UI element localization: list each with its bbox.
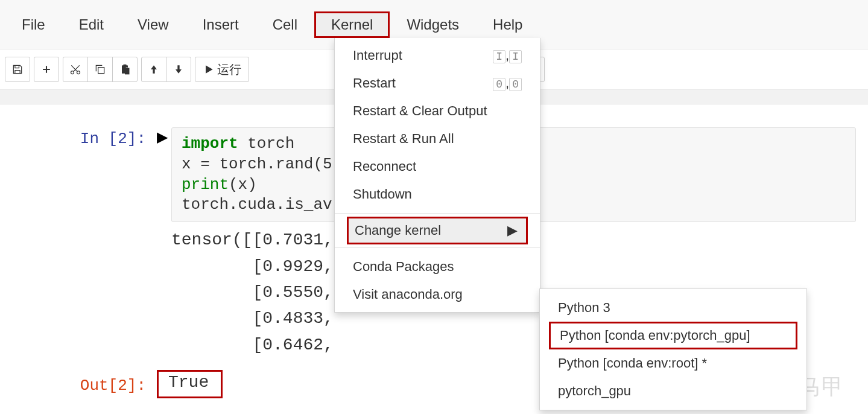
in-prompt: In [2]: xyxy=(0,127,157,222)
paste-button[interactable] xyxy=(112,57,138,82)
change-kernel-submenu: Python 3 Python [conda env:pytorch_gpu] … xyxy=(539,288,807,410)
restart-shortcut: 0,0 xyxy=(493,75,522,91)
svg-point-0 xyxy=(71,71,74,74)
run-button[interactable]: 运行 xyxy=(195,57,249,82)
kernel-reconnect[interactable]: Reconnect xyxy=(335,153,540,180)
menu-widgets[interactable]: Widgets xyxy=(390,11,476,38)
kernel-interrupt[interactable]: Interrupt I,I xyxy=(335,42,540,69)
kernel-restart-run-all[interactable]: Restart & Run All xyxy=(335,125,540,153)
output-result: True xyxy=(157,370,223,398)
menu-file[interactable]: File xyxy=(5,11,62,38)
kernel-option-python3[interactable]: Python 3 xyxy=(540,294,806,322)
menu-insert[interactable]: Insert xyxy=(186,11,256,38)
interrupt-shortcut: I,I xyxy=(493,48,522,63)
kernel-option-pytorch-gpu[interactable]: pytorch_gpu xyxy=(540,377,806,405)
menu-help[interactable]: Help xyxy=(476,11,539,38)
svg-rect-3 xyxy=(125,68,130,75)
add-cell-button[interactable] xyxy=(34,57,59,82)
submenu-arrow-icon: ▶ xyxy=(507,223,518,238)
cut-button[interactable] xyxy=(63,57,88,82)
menu-kernel[interactable]: Kernel xyxy=(314,11,390,38)
kernel-conda-packages[interactable]: Conda Packages xyxy=(335,253,540,281)
out-prompt: Out[2]: xyxy=(0,374,157,395)
kernel-visit-anaconda[interactable]: Visit anaconda.org xyxy=(335,281,540,308)
kernel-restart-clear[interactable]: Restart & Clear Output xyxy=(335,97,540,125)
save-button[interactable] xyxy=(5,57,30,82)
menu-edit[interactable]: Edit xyxy=(62,11,121,38)
menu-view[interactable]: View xyxy=(121,11,186,38)
move-down-button[interactable] xyxy=(166,57,191,82)
kernel-restart[interactable]: Restart 0,0 xyxy=(335,69,540,97)
menu-divider xyxy=(335,247,540,248)
kernel-interrupt-label: Interrupt xyxy=(353,48,402,63)
change-kernel-label: Change kernel xyxy=(355,223,441,238)
kernel-change-kernel[interactable]: Change kernel ▶ xyxy=(347,217,528,244)
svg-rect-2 xyxy=(98,68,104,74)
kernel-option-root-env[interactable]: Python [conda env:root] * xyxy=(540,349,806,377)
menu-cell[interactable]: Cell xyxy=(256,11,314,38)
kernel-shutdown[interactable]: Shutdown xyxy=(335,180,540,208)
svg-point-1 xyxy=(77,71,80,74)
collapse-icon[interactable]: ▶ xyxy=(157,127,171,145)
run-label: 运行 xyxy=(217,62,241,78)
copy-button[interactable] xyxy=(87,57,113,82)
move-up-button[interactable] xyxy=(141,57,166,82)
menu-divider xyxy=(335,213,540,214)
notebook-area: Interrupt I,I Restart 0,0 Restart & Clea… xyxy=(0,104,868,414)
kernel-option-pytorch-gpu-env[interactable]: Python [conda env:pytorch_gpu] xyxy=(549,322,797,349)
kernel-restart-label: Restart xyxy=(353,75,396,91)
kernel-dropdown: Interrupt I,I Restart 0,0 Restart & Clea… xyxy=(334,38,540,313)
